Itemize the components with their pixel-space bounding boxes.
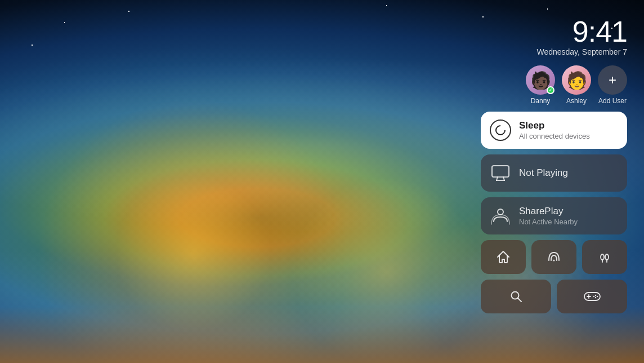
ashley-avatar-wrapper: 🧑 xyxy=(562,65,591,95)
home-icon xyxy=(495,249,511,265)
svg-point-16 xyxy=(596,296,597,297)
airpods-icon xyxy=(597,249,612,265)
shareplay-icon-wrapper xyxy=(490,205,511,227)
home-button[interactable] xyxy=(481,240,526,274)
shareplay-title: SharePlay xyxy=(519,206,578,217)
airplay-icon xyxy=(546,249,562,265)
tv-icon-wrapper xyxy=(490,162,511,184)
clock-date: Wednesday, September 7 xyxy=(481,47,627,56)
quick-actions-row2 xyxy=(481,280,627,313)
gamepad-button[interactable] xyxy=(557,280,627,313)
not-playing-label: Not Playing xyxy=(519,167,568,179)
airplay-button[interactable] xyxy=(531,240,576,274)
sleep-icon xyxy=(490,119,511,141)
search-icon xyxy=(509,289,524,304)
airpods-button[interactable] xyxy=(582,240,627,274)
add-user-item[interactable]: + Add User xyxy=(598,65,627,105)
gamepad-icon xyxy=(584,290,601,303)
control-center-panel: 9:41 Wednesday, September 7 🧑🏿 Danny 🧑 A… xyxy=(481,17,627,313)
shareplay-icon xyxy=(490,206,511,226)
sleep-subtitle: All connected devices xyxy=(519,132,590,140)
danny-label: Danny xyxy=(531,97,551,105)
ashley-label: Ashley xyxy=(566,97,587,105)
not-playing-card[interactable]: Not Playing xyxy=(481,154,627,192)
quick-actions-row1 xyxy=(481,240,627,274)
svg-point-6 xyxy=(601,254,604,260)
danny-avatar-wrapper: 🧑🏿 xyxy=(526,65,555,95)
svg-point-17 xyxy=(593,296,594,297)
svg-point-15 xyxy=(594,295,596,296)
time-section: 9:41 Wednesday, September 7 xyxy=(481,17,627,56)
user-ashley[interactable]: 🧑 Ashley xyxy=(562,65,591,105)
svg-point-5 xyxy=(553,260,555,262)
svg-point-18 xyxy=(594,297,596,298)
sleep-text: Sleep All connected devices xyxy=(519,120,590,140)
tv-icon xyxy=(491,165,510,182)
svg-point-4 xyxy=(498,209,503,215)
search-button[interactable] xyxy=(481,280,551,313)
shareplay-subtitle: Not Active Nearby xyxy=(519,218,578,226)
shareplay-text: SharePlay Not Active Nearby xyxy=(519,206,578,226)
sleep-icon-inner xyxy=(493,123,507,137)
ashley-avatar: 🧑 xyxy=(562,65,591,95)
plus-icon: + xyxy=(609,72,616,88)
sleep-card[interactable]: Sleep All connected devices xyxy=(481,112,627,149)
add-user-button[interactable]: + xyxy=(598,65,627,95)
add-user-label: Add User xyxy=(598,97,627,105)
sleep-title: Sleep xyxy=(519,120,590,131)
users-section: 🧑🏿 Danny 🧑 Ashley + Add User xyxy=(481,65,627,105)
shareplay-card[interactable]: SharePlay Not Active Nearby xyxy=(481,197,627,234)
svg-line-11 xyxy=(518,298,521,302)
user-danny[interactable]: 🧑🏿 Danny xyxy=(526,65,555,105)
clock-time: 9:41 xyxy=(481,17,627,46)
danny-active-badge xyxy=(547,86,554,94)
svg-rect-0 xyxy=(492,166,509,177)
svg-point-8 xyxy=(605,254,609,260)
